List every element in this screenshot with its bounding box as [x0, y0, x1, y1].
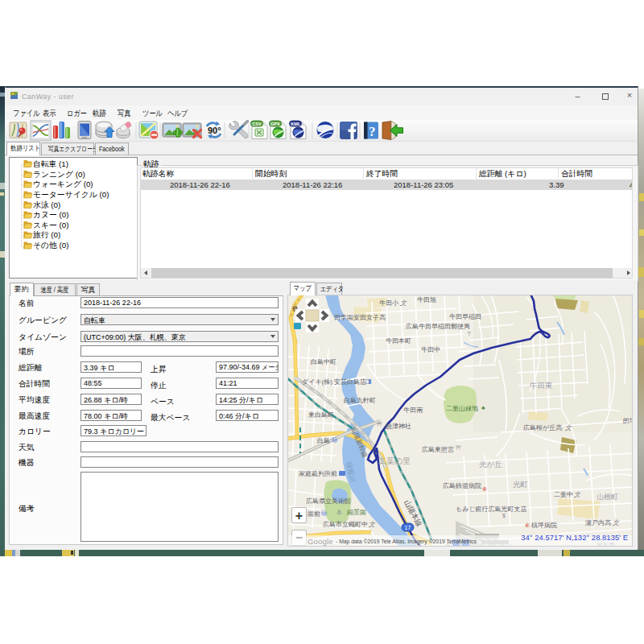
- svg-text:90°: 90°: [208, 126, 221, 135]
- svg-text:GPX: GPX: [270, 122, 280, 126]
- svg-text:KML: KML: [291, 122, 301, 126]
- svg-text:?: ?: [369, 124, 376, 139]
- svg-text:CSV: CSV: [252, 122, 262, 126]
- svg-text:17: 17: [405, 525, 411, 530]
